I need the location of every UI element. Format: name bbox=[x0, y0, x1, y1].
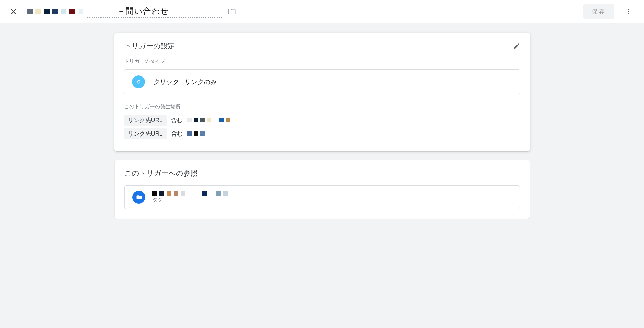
condition-value-redacted bbox=[187, 131, 205, 136]
close-icon bbox=[9, 7, 18, 16]
redacted-block bbox=[44, 9, 50, 14]
trigger-settings-title: トリガーの設定 bbox=[124, 41, 520, 51]
edit-trigger-button[interactable] bbox=[510, 40, 523, 53]
redacted-block bbox=[202, 191, 207, 196]
condition-operator: 含む bbox=[171, 130, 183, 138]
redacted-block bbox=[61, 9, 66, 14]
trigger-settings-card: トリガーの設定 トリガーのタイプ クリック - リンクのみ このトリガーの発生場… bbox=[114, 33, 530, 151]
title-wrap bbox=[27, 5, 236, 18]
redacted-block bbox=[159, 191, 164, 196]
trigger-type-name: クリック - リンクのみ bbox=[153, 78, 217, 86]
redacted-block bbox=[69, 9, 75, 14]
redacted-block bbox=[52, 9, 58, 14]
svg-point-1 bbox=[628, 11, 629, 12]
tag-icon bbox=[132, 191, 145, 204]
redacted-block bbox=[27, 9, 33, 14]
redacted-block bbox=[152, 191, 157, 196]
redacted-block bbox=[213, 118, 217, 122]
redacted-block bbox=[181, 191, 185, 196]
redacted-block bbox=[167, 191, 171, 196]
redacted-block bbox=[187, 131, 192, 136]
reference-type-label: タグ bbox=[152, 197, 228, 204]
trigger-references-title: このトリガーへの参照 bbox=[124, 169, 520, 178]
editor-header: 保存 bbox=[0, 0, 644, 23]
trigger-name-input[interactable] bbox=[87, 5, 222, 18]
redacted-block bbox=[195, 191, 199, 196]
redacted-block bbox=[194, 118, 198, 122]
condition-variable: リンク先URL bbox=[124, 128, 167, 139]
condition-operator: 含む bbox=[171, 116, 183, 124]
redacted-block bbox=[174, 191, 178, 196]
trigger-type-row[interactable]: クリック - リンクのみ bbox=[124, 69, 520, 94]
more-vert-icon bbox=[625, 8, 632, 15]
redacted-block bbox=[207, 118, 211, 122]
redacted-block bbox=[219, 118, 224, 122]
reference-text: タグ bbox=[152, 191, 228, 204]
title-redacted-prefix bbox=[27, 9, 75, 14]
svg-point-0 bbox=[628, 9, 629, 10]
redacted-block bbox=[200, 118, 205, 122]
redacted-block bbox=[226, 118, 230, 122]
references-list: タグ bbox=[124, 185, 520, 209]
title-redacted-light bbox=[79, 9, 83, 14]
redacted-block bbox=[187, 118, 192, 122]
trigger-type-label: トリガーのタイプ bbox=[124, 58, 520, 65]
reference-name-redacted bbox=[152, 191, 228, 196]
redacted-block bbox=[216, 191, 221, 196]
trigger-conditions-label: このトリガーの発生場所 bbox=[124, 103, 520, 110]
close-button[interactable] bbox=[6, 4, 21, 19]
redacted-block bbox=[194, 131, 198, 136]
condition-row: リンク先URL含む bbox=[124, 128, 520, 139]
folder-icon[interactable] bbox=[226, 6, 236, 17]
svg-point-2 bbox=[628, 13, 629, 14]
pencil-icon bbox=[513, 43, 520, 50]
condition-row: リンク先URL含む bbox=[124, 115, 520, 126]
redacted-block bbox=[188, 191, 192, 196]
link-click-icon bbox=[132, 75, 145, 88]
trigger-conditions-list: リンク先URL含むリンク先URL含む bbox=[124, 115, 520, 139]
condition-variable: リンク先URL bbox=[124, 115, 167, 126]
redacted-block bbox=[223, 191, 228, 196]
redacted-block bbox=[209, 191, 214, 196]
reference-row[interactable]: タグ bbox=[124, 185, 520, 209]
save-button[interactable]: 保存 bbox=[583, 4, 614, 19]
overflow-menu-button[interactable] bbox=[621, 4, 636, 19]
trigger-references-card: このトリガーへの参照 タグ bbox=[114, 160, 530, 219]
redacted-block bbox=[35, 9, 41, 14]
redacted-block bbox=[200, 131, 205, 136]
condition-value-redacted bbox=[187, 118, 230, 122]
